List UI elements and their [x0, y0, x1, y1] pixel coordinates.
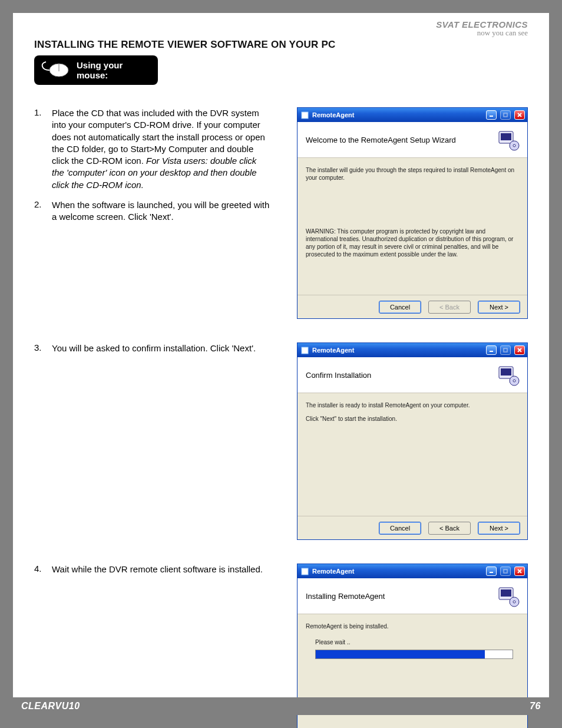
next-button[interactable]: Next >	[478, 522, 520, 535]
window-title: RemoteAgent	[312, 568, 482, 575]
brand-block: SVAT ELECTRONICS now you can see	[436, 20, 528, 37]
minimize-button[interactable]	[486, 345, 497, 355]
step-3-text: You will be asked to confirm installatio…	[52, 342, 256, 354]
back-button: < Back	[428, 301, 471, 314]
svg-point-11	[513, 144, 515, 147]
installer-dialog-confirm: RemoteAgent Confirm Installation The	[297, 342, 528, 540]
maximize-button	[500, 110, 511, 120]
installer-dialog-welcome: RemoteAgent Welcome to the RemoteAgent S…	[297, 107, 528, 319]
dialog-heading: Installing RemoteAgent	[306, 592, 385, 601]
step-3: 3. You will be asked to confirm installa…	[34, 342, 270, 354]
mouse-badge: Using your mouse:	[34, 55, 158, 85]
dialog-body-text: RemoteAgent is being installed.	[306, 622, 519, 630]
brand-tagline: now you can see	[436, 29, 528, 37]
dialog-heading: Welcome to the RemoteAgent Setup Wizard	[306, 136, 456, 144]
titlebar: RemoteAgent	[297, 564, 527, 578]
dialog-warning-text: WARNING: This computer program is protec…	[306, 228, 519, 258]
row-1: 1. Place the CD that was included with t…	[34, 107, 528, 319]
svg-point-20	[513, 380, 515, 382]
step-number: 3.	[34, 342, 41, 354]
dialog-body-text-2: Click "Next" to start the installation.	[306, 415, 519, 423]
step-number: 4.	[34, 564, 41, 575]
mouse-icon	[40, 60, 71, 81]
document-page: SVAT ELECTRONICS now you can see INSTALL…	[13, 13, 549, 715]
svg-rect-5	[504, 113, 507, 117]
installer-disc-icon	[497, 363, 520, 387]
maximize-button	[500, 345, 511, 355]
titlebar: RemoteAgent	[297, 343, 527, 357]
footer-model: CLEARVU10	[21, 701, 80, 711]
svg-rect-27	[501, 589, 511, 597]
installer-disc-icon	[497, 128, 520, 151]
close-button[interactable]	[514, 345, 525, 355]
svg-rect-9	[501, 133, 511, 140]
step-4-text: Wait while the DVR remote client softwar…	[52, 564, 263, 575]
svg-rect-3	[302, 112, 308, 118]
mouse-badge-line1: Using your	[77, 60, 123, 70]
svg-rect-21	[302, 568, 308, 575]
step-1: 1. Place the CD that was included with t…	[34, 107, 270, 191]
step-number: 2.	[34, 199, 41, 223]
dialog-heading: Confirm Installation	[306, 371, 371, 380]
app-icon	[301, 347, 309, 354]
svg-rect-14	[504, 348, 507, 352]
svg-rect-12	[302, 347, 308, 354]
mouse-badge-line2: mouse:	[77, 70, 123, 80]
next-button[interactable]: Next >	[478, 301, 520, 314]
back-button[interactable]: < Back	[428, 522, 471, 535]
maximize-button	[500, 566, 511, 576]
svg-point-29	[513, 601, 515, 603]
close-button[interactable]	[514, 110, 525, 120]
app-icon	[301, 568, 309, 575]
svg-rect-23	[504, 569, 507, 573]
progress-fill	[316, 650, 485, 658]
step-number: 1.	[34, 107, 41, 191]
step-4: 4. Wait while the DVR remote client soft…	[34, 564, 270, 575]
progress-bar	[315, 650, 513, 659]
dialog-body-text: The installer will guide you through the…	[306, 166, 519, 228]
window-title: RemoteAgent	[312, 347, 482, 354]
minimize-button[interactable]	[486, 566, 497, 576]
dialog-body-text-1: The installer is ready to install Remote…	[306, 401, 519, 409]
minimize-button[interactable]	[486, 110, 497, 120]
footer-page-number: 76	[530, 701, 541, 711]
app-icon	[301, 111, 309, 119]
step-2-text: When the software is launched, you will …	[52, 199, 270, 223]
page-footer: CLEARVU10 76	[13, 697, 549, 715]
cancel-button[interactable]: Cancel	[379, 522, 421, 535]
cancel-button[interactable]: Cancel	[379, 301, 421, 314]
step-2: 2. When the software is launched, you wi…	[34, 199, 270, 223]
window-title: RemoteAgent	[312, 111, 482, 118]
section-title: INSTALLING THE REMOTE VIEWER SOFTWARE ON…	[34, 39, 528, 51]
titlebar: RemoteAgent	[297, 108, 527, 122]
installer-disc-icon	[497, 584, 520, 608]
brand-name: SVAT ELECTRONICS	[436, 20, 528, 29]
row-2: 3. You will be asked to confirm installa…	[34, 342, 528, 540]
please-wait-text: Please wait ..	[306, 638, 519, 646]
close-button[interactable]	[514, 566, 525, 576]
svg-rect-18	[501, 368, 511, 375]
